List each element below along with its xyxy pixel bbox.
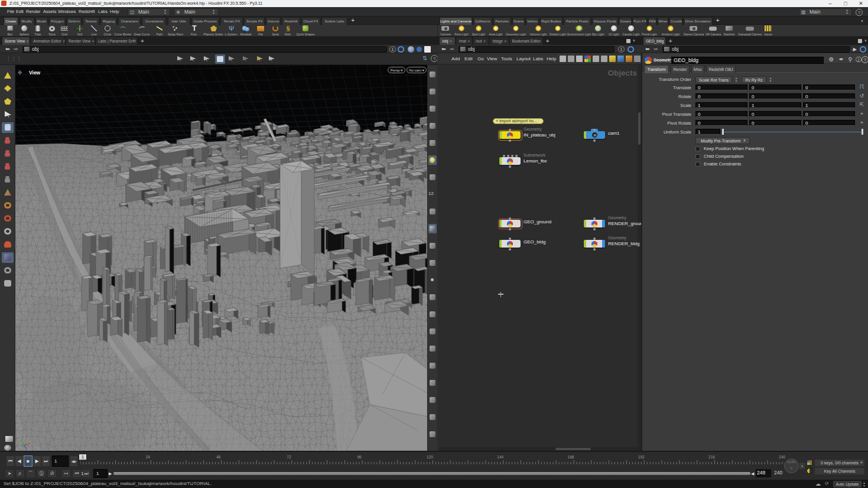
svg-text:192: 192	[638, 455, 645, 459]
svg-text:24: 24	[146, 455, 151, 459]
svg-text:48: 48	[216, 455, 221, 459]
svg-text:168: 168	[568, 455, 574, 459]
svg-text:144: 144	[497, 455, 503, 459]
svg-text:120: 120	[427, 455, 433, 459]
svg-text:216: 216	[708, 455, 715, 459]
svg-text:72: 72	[287, 455, 291, 459]
svg-text:96: 96	[357, 455, 362, 459]
svg-text:240: 240	[779, 455, 785, 459]
